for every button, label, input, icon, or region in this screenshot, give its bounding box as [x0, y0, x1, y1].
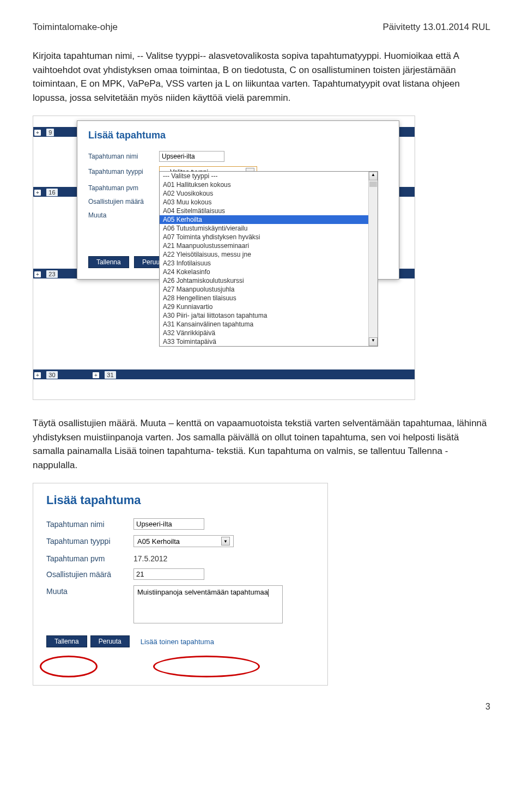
cal-cell-31: 31 — [105, 371, 115, 379]
screenshot-2: Lisää tapahtuma Tapahtuman nimi Upseeri-… — [33, 483, 328, 686]
para1-part1: Kirjoita tapahtuman nimi, -- Valitse tyy… — [33, 51, 453, 61]
cal-cell-23: 23 — [46, 270, 57, 278]
cancel-button[interactable]: Peruuta — [90, 635, 130, 647]
paragraph-2: Täytä osallistujien määrä. Muuta – kentt… — [33, 416, 490, 472]
add-another-link[interactable]: Lisää toinen tapahtuma — [141, 638, 214, 646]
type-option[interactable]: A26 Johtamiskoulutuskurssi — [160, 276, 378, 285]
header-left: Toimintalomake-ohje — [33, 22, 118, 33]
type-option[interactable]: A27 Maanpuolustusjuhla — [160, 285, 378, 294]
label-other: Muuta — [88, 210, 159, 219]
event-type-dropdown[interactable]: --- Valitse tyyppi --- A01 Hallituksen k… — [159, 171, 378, 347]
label-event-type: Tapahtuman tyyppi — [46, 535, 133, 546]
text-cursor — [268, 589, 269, 597]
modal-title: Lisää tapahtuma — [46, 493, 314, 507]
type-option[interactable]: A29 Kunniavartio — [160, 302, 378, 311]
type-option[interactable]: A03 Muu kokous — [160, 198, 378, 207]
label-event-date: Tapahtuman pvm — [46, 553, 133, 563]
event-type-select[interactable]: A05 Kerhoilta ▼ — [133, 535, 234, 547]
type-option[interactable]: A30 Piiri- ja/tai liittotason tapahtuma — [160, 311, 378, 320]
chevron-down-icon: ▼ — [221, 537, 230, 546]
other-textarea[interactable]: Muistiinpanoja selventämään tapahtumaa — [133, 585, 283, 623]
add-event-modal: Lisää tapahtuma Tapahtuman nimi Upseeri-… — [77, 120, 399, 280]
type-option[interactable]: A22 Yleisötilaisuus, messu jne — [160, 250, 378, 259]
type-option[interactable]: A24 Kokelasinfo — [160, 268, 378, 276]
event-name-input[interactable]: Upseeri-ilta — [159, 151, 224, 162]
label-event-date: Tapahtuman pvm — [88, 183, 159, 192]
paragraph-1: Kirjoita tapahtuman nimi, -- Valitse tyy… — [33, 49, 490, 105]
label-participants: Osallistujien määrä — [88, 196, 159, 205]
event-name-input[interactable]: Upseeri-ilta — [133, 518, 204, 530]
label-event-name: Tapahtuman nimi — [46, 518, 133, 529]
type-option[interactable]: --- Valitse tyyppi --- — [160, 172, 378, 180]
type-option[interactable]: A02 Vuosikokous — [160, 189, 378, 198]
label-event-type: Tapahtuman tyyppi — [88, 166, 159, 175]
save-button[interactable]: Tallenna — [46, 635, 87, 647]
plus-icon: + — [34, 271, 41, 277]
label-other: Muuta — [46, 585, 133, 596]
annotation-ellipse — [40, 656, 98, 677]
scroll-up-icon[interactable]: ▲ — [369, 172, 378, 180]
type-option[interactable]: A28 Hengellinen tilaisuus — [160, 294, 378, 302]
plus-icon: + — [93, 372, 99, 378]
event-type-value: A05 Kerhoilta — [137, 537, 180, 546]
cal-cell-9: 9 — [46, 129, 54, 136]
type-option[interactable]: A32 Vänrikkipäivä — [160, 329, 378, 337]
annotation-ellipse — [153, 656, 260, 677]
plus-icon: + — [34, 372, 41, 378]
scroll-down-icon[interactable]: ▼ — [369, 337, 378, 346]
participants-input[interactable]: 21 — [133, 568, 204, 580]
type-option[interactable]: A23 Infotilaisuus — [160, 259, 378, 268]
type-option[interactable]: A06 Tutustumiskäynti/vierailu — [160, 224, 378, 233]
type-option[interactable]: A21 Maanpuolustusseminaari — [160, 241, 378, 250]
header-right: Päivitetty 13.01.2014 RUL — [382, 22, 490, 33]
cal-cell-16: 16 — [46, 189, 57, 196]
type-option-selected[interactable]: A05 Kerhoilta — [160, 215, 378, 224]
type-option[interactable]: A04 Esitelmätilaisuus — [160, 207, 378, 215]
other-value: Muistiinpanoja selventämään tapahtumaa — [137, 588, 268, 596]
label-participants: Osallistujien määrä — [46, 568, 133, 579]
type-option[interactable]: A31 Kansainvälinen tapahtuma — [160, 320, 378, 329]
type-option[interactable]: A07 Toiminta yhdistyksen hyväksi — [160, 233, 378, 241]
plus-icon: + — [34, 130, 41, 136]
scrollbar[interactable]: ▲ ▼ — [368, 172, 378, 346]
type-option[interactable]: A01 Hallituksen kokous — [160, 180, 378, 189]
plus-icon: + — [34, 190, 41, 196]
save-button[interactable]: Tallenna — [88, 256, 129, 268]
label-event-name: Tapahtuman nimi — [88, 151, 159, 160]
event-date-value: 17.5.2012 — [133, 553, 167, 563]
screenshot-1: + 9 + 13 + + 16 + 23 + 30 + 31 Lisää tap… — [33, 116, 415, 400]
page-number: 3 — [33, 702, 490, 712]
modal-title: Lisää tapahtuma — [88, 130, 388, 141]
page-header: Toimintalomake-ohje Päivitetty 13.01.201… — [33, 22, 490, 33]
calendar-row: + 30 + 31 — [33, 369, 415, 379]
scroll-thumb[interactable] — [369, 181, 377, 187]
type-option[interactable]: A33 Toimintapäivä — [160, 337, 378, 346]
cal-cell-30: 30 — [46, 371, 57, 379]
